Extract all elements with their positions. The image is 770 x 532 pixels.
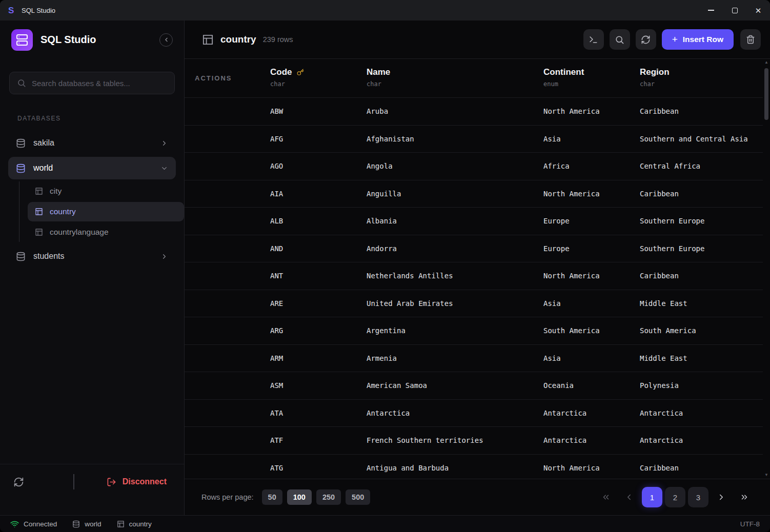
cell-name[interactable]: Albania xyxy=(367,217,543,225)
cell-continent[interactable]: Asia xyxy=(543,135,640,143)
sidebar-search[interactable] xyxy=(9,72,175,94)
table-row[interactable]: ASM American Samoa Oceania Polynesia xyxy=(185,372,763,399)
page-button-3[interactable]: 3 xyxy=(688,487,708,507)
cell-continent[interactable]: Europe xyxy=(543,217,640,225)
database-item-world[interactable]: world xyxy=(8,157,176,179)
cell-region[interactable]: Southern Europe xyxy=(640,244,762,253)
cell-code[interactable]: ATF xyxy=(270,436,367,444)
cell-name[interactable]: Angola xyxy=(367,162,543,170)
cell-code[interactable]: ATG xyxy=(270,464,367,472)
cell-name[interactable]: Netherlands Antilles xyxy=(367,272,543,280)
cell-name[interactable]: Antigua and Barbuda xyxy=(367,464,543,472)
table-row[interactable]: ALB Albania Europe Southern Europe xyxy=(185,207,763,235)
table-row[interactable]: AFG Afghanistan Asia Southern and Centra… xyxy=(185,125,763,153)
close-button[interactable]: ✕ xyxy=(746,0,770,21)
previous-page-button[interactable] xyxy=(619,487,639,507)
cell-code[interactable]: ARE xyxy=(270,299,367,308)
cell-code[interactable]: ASM xyxy=(270,381,367,390)
delete-rows-button[interactable] xyxy=(740,29,761,50)
database-item-sakila[interactable]: sakila xyxy=(8,132,176,154)
cell-continent[interactable]: Europe xyxy=(543,244,640,253)
table-row[interactable]: ANT Netherlands Antilles North America C… xyxy=(185,262,763,290)
vertical-scrollbar[interactable]: ▲ ▼ xyxy=(763,59,770,479)
cell-name[interactable]: Anguilla xyxy=(367,190,543,198)
cell-code[interactable]: ATA xyxy=(270,409,367,417)
rows-per-page-option-50[interactable]: 50 xyxy=(262,489,282,505)
cell-region[interactable]: Caribbean xyxy=(640,190,762,198)
cell-region[interactable]: Antarctica xyxy=(640,436,762,444)
first-page-button[interactable] xyxy=(596,487,616,507)
cell-code[interactable]: ARG xyxy=(270,326,367,335)
cell-continent[interactable]: South America xyxy=(543,326,640,335)
search-rows-button[interactable] xyxy=(610,29,630,50)
rows-per-page-option-500[interactable]: 500 xyxy=(346,489,370,505)
last-page-button[interactable] xyxy=(734,487,755,507)
table-row[interactable]: AND Andorra Europe Southern Europe xyxy=(185,235,763,262)
cell-region[interactable]: Caribbean xyxy=(640,464,762,472)
table-item-country[interactable]: country xyxy=(28,202,184,221)
minimize-button[interactable] xyxy=(699,0,723,21)
scroll-up-icon[interactable]: ▲ xyxy=(764,60,768,65)
cell-code[interactable]: AIA xyxy=(270,190,367,198)
cell-name[interactable]: Antarctica xyxy=(367,409,543,417)
table-row[interactable]: ARE United Arab Emirates Asia Middle Eas… xyxy=(185,290,763,317)
cell-code[interactable]: AGO xyxy=(270,162,367,170)
insert-row-button[interactable]: + Insert Row xyxy=(662,29,734,50)
cell-code[interactable]: ABW xyxy=(270,107,367,115)
disconnect-button[interactable]: Disconnect xyxy=(107,477,167,487)
cell-region[interactable]: Southern and Central Asia xyxy=(640,135,762,143)
cell-code[interactable]: ALB xyxy=(270,217,367,225)
table-row[interactable]: ARM Armenia Asia Middle East xyxy=(185,344,763,372)
cell-code[interactable]: ANT xyxy=(270,272,367,280)
sql-console-button[interactable] xyxy=(583,29,604,50)
table-item-countrylanguage[interactable]: countrylanguage xyxy=(28,222,184,242)
page-button-1[interactable]: 1 xyxy=(642,487,662,507)
table-row[interactable]: ATA Antarctica Antarctica Antarctica xyxy=(185,399,763,427)
cell-region[interactable]: Antarctica xyxy=(640,409,762,417)
cell-code[interactable]: AND xyxy=(270,244,367,253)
cell-continent[interactable]: North America xyxy=(543,190,640,198)
table-row[interactable]: AGO Angola Africa Central Africa xyxy=(185,152,763,180)
table-row[interactable]: ATF French Southern territories Antarcti… xyxy=(185,426,763,454)
sidebar-collapse-button[interactable] xyxy=(159,33,173,47)
refresh-table-button[interactable] xyxy=(636,29,656,50)
cell-continent[interactable]: Asia xyxy=(543,354,640,362)
cell-name[interactable]: Afghanistan xyxy=(367,135,543,143)
table-row[interactable]: AIA Anguilla North America Caribbean xyxy=(185,180,763,208)
cell-name[interactable]: United Arab Emirates xyxy=(367,299,543,308)
cell-continent[interactable]: Antarctica xyxy=(543,409,640,417)
cell-region[interactable]: Middle East xyxy=(640,299,762,308)
cell-continent[interactable]: Asia xyxy=(543,299,640,308)
maximize-button[interactable] xyxy=(723,0,746,21)
cell-region[interactable]: Polynesia xyxy=(640,381,762,390)
page-button-2[interactable]: 2 xyxy=(665,487,685,507)
cell-region[interactable]: Caribbean xyxy=(640,107,762,115)
refresh-databases-button[interactable] xyxy=(11,475,26,489)
cell-continent[interactable]: Africa xyxy=(543,162,640,170)
table-row[interactable]: ARG Argentina South America South Americ… xyxy=(185,317,763,344)
cell-continent[interactable]: North America xyxy=(543,272,640,280)
cell-name[interactable]: American Samoa xyxy=(367,381,543,390)
cell-region[interactable]: Southern Europe xyxy=(640,217,762,225)
cell-name[interactable]: French Southern territories xyxy=(367,436,543,444)
table-item-city[interactable]: city xyxy=(28,181,184,201)
cell-name[interactable]: Aruba xyxy=(367,107,543,115)
rows-per-page-option-100[interactable]: 100 xyxy=(287,489,312,505)
cell-region[interactable]: Caribbean xyxy=(640,272,762,280)
cell-region[interactable]: South America xyxy=(640,326,762,335)
table-row[interactable]: ABW Aruba North America Caribbean xyxy=(185,97,763,125)
table-row[interactable]: ATG Antigua and Barbuda North America Ca… xyxy=(185,454,763,479)
cell-name[interactable]: Argentina xyxy=(367,326,543,335)
cell-name[interactable]: Armenia xyxy=(367,354,543,362)
cell-continent[interactable]: Oceania xyxy=(543,381,640,390)
next-page-button[interactable] xyxy=(711,487,732,507)
cell-code[interactable]: AFG xyxy=(270,135,367,143)
rows-per-page-option-250[interactable]: 250 xyxy=(316,489,341,505)
cell-region[interactable]: Middle East xyxy=(640,354,762,362)
scrollbar-thumb[interactable] xyxy=(764,68,768,120)
cell-region[interactable]: Central Africa xyxy=(640,162,762,170)
database-item-students[interactable]: students xyxy=(8,245,176,268)
search-input[interactable] xyxy=(32,79,167,88)
cell-code[interactable]: ARM xyxy=(270,354,367,362)
cell-continent[interactable]: Antarctica xyxy=(543,436,640,444)
